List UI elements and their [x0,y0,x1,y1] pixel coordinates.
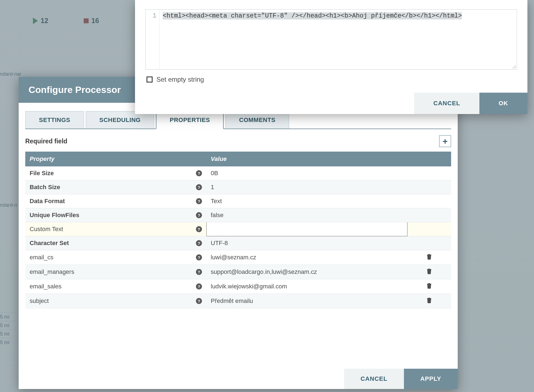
required-field-label: Required field [25,138,67,145]
play-icon [33,18,38,24]
property-value-cell[interactable]: 1 [206,180,407,194]
bg-line-item: 5 mi [0,321,19,329]
property-action-cell [407,180,451,194]
trash-icon[interactable] [426,255,432,261]
add-property-button[interactable]: + [439,135,451,147]
col-value: Value [206,152,407,166]
table-row: File Size?0B [25,166,451,180]
help-icon[interactable]: ? [196,254,202,260]
property-name-cell[interactable]: Custom Text? [25,222,206,236]
bg-line-item: 5 mi [0,329,19,338]
property-value-cell[interactable]: ludvik.wiejowski@gmail.com [206,279,407,294]
property-name: subject [30,297,49,305]
help-icon[interactable]: ? [196,226,202,232]
trash-icon[interactable] [426,284,432,290]
help-icon[interactable]: ? [196,198,202,204]
property-action-cell[interactable] [407,294,451,308]
property-value-cell[interactable]: false [206,208,407,222]
help-icon[interactable]: ? [196,184,202,190]
property-value-cell[interactable]: 0B [206,166,407,180]
property-name: Character Set [30,240,69,247]
property-name: File Size [30,170,54,177]
table-row: Custom Text? [25,222,451,236]
help-icon[interactable]: ? [196,283,202,289]
cancel-button[interactable]: CANCEL [344,369,404,389]
property-name-cell[interactable]: Unique FlowFiles? [25,208,206,222]
property-action-cell[interactable] [407,279,451,294]
property-value-cell[interactable]: support@loadcargo.in,luwi@seznam.cz [206,265,407,279]
property-name: email_cs [30,254,54,261]
property-name: email_managers [30,268,74,275]
bg-text-2: ndard-n [0,202,17,208]
property-action-cell [407,166,451,180]
trash-icon[interactable] [426,298,432,304]
help-icon[interactable]: ? [196,170,202,176]
property-name-cell[interactable]: Character Set? [25,236,206,250]
line-number: 1 [146,12,156,19]
property-name: email_sales [30,283,61,290]
table-row: email_cs?luwi@seznam.cz [25,250,451,265]
help-icon[interactable]: ? [196,212,202,218]
table-row: Unique FlowFiles?false [25,208,451,222]
editor-cancel-button[interactable]: CANCEL [414,93,479,114]
dialog-footer: CANCEL APPLY [19,369,458,389]
set-empty-string-checkbox[interactable] [147,76,153,83]
property-value-cell[interactable]: Předmět emailu [206,294,407,308]
stopped-count: 16 [91,17,99,25]
code-text: <html><head><meta charset="UTF-8" /></he… [163,12,462,19]
table-row: subject?Předmět emailu [25,294,451,308]
value-editor-popup: 1 <html><head><meta charset="UTF-8" /></… [135,0,527,114]
running-count: 12 [41,17,48,25]
editor-footer: CANCEL OK [135,93,527,114]
property-name: Unique FlowFiles [30,212,79,219]
property-value-cell[interactable]: Text [206,194,407,208]
resize-grip-icon[interactable] [512,65,516,69]
property-action-cell [407,236,451,250]
bg-lines: 5 mi 5 mi 5 mi 5 mi [0,313,19,346]
property-action-cell [407,208,451,222]
property-value-cell[interactable]: luwi@seznam.cz [206,250,407,265]
tab-settings[interactable]: SETTINGS [25,111,84,129]
bg-line-item: 5 mi [0,338,19,346]
property-name-cell[interactable]: email_managers? [25,265,206,279]
code-editor[interactable]: 1 <html><head><meta charset="UTF-8" /></… [145,9,517,70]
stop-icon [84,18,89,23]
property-action-cell [407,194,451,208]
property-value-cell[interactable]: UTF-8 [206,236,407,250]
help-icon[interactable]: ? [196,240,202,246]
property-name-cell[interactable]: subject? [25,294,206,308]
editor-ok-button[interactable]: OK [479,93,527,114]
trash-icon[interactable] [426,269,432,275]
stopped-indicator: 16 [84,17,99,25]
col-actions [407,152,451,166]
property-name-cell[interactable]: email_sales? [25,279,206,294]
properties-table: Property Value File Size?0BBatch Size?1D… [25,152,451,308]
configure-processor-dialog: Configure Processor SETTINGS SCHEDULING … [19,77,458,389]
line-gutter: 1 [146,10,159,69]
property-value-cell[interactable] [206,222,407,236]
table-row: Batch Size?1 [25,180,451,194]
property-name-cell[interactable]: Batch Size? [25,180,206,194]
help-icon[interactable]: ? [196,298,202,304]
property-name-cell[interactable]: File Size? [25,166,206,180]
table-row: email_sales?ludvik.wiejowski@gmail.com [25,279,451,294]
property-name: Custom Text [30,226,63,233]
apply-button[interactable]: APPLY [404,369,458,389]
property-name: Batch Size [30,184,60,191]
code-content[interactable]: <html><head><meta charset="UTF-8" /></he… [159,10,517,69]
table-row: email_managers?support@loadcargo.in,luwi… [25,265,451,279]
bg-text-1: ndard-nar [0,71,21,77]
table-row: Data Format?Text [25,194,451,208]
property-name-cell[interactable]: email_cs? [25,250,206,265]
set-empty-string-label: Set empty string [156,76,204,83]
table-row: Character Set?UTF-8 [25,236,451,250]
property-action-cell[interactable] [407,250,451,265]
col-property: Property [25,152,206,166]
help-icon[interactable]: ? [196,269,202,275]
property-action-cell [407,222,451,236]
property-name: Data Format [30,198,65,205]
plus-icon: + [443,136,448,146]
property-action-cell[interactable] [407,265,451,279]
bg-line-item: 5 mi [0,313,19,321]
property-name-cell[interactable]: Data Format? [25,194,206,208]
